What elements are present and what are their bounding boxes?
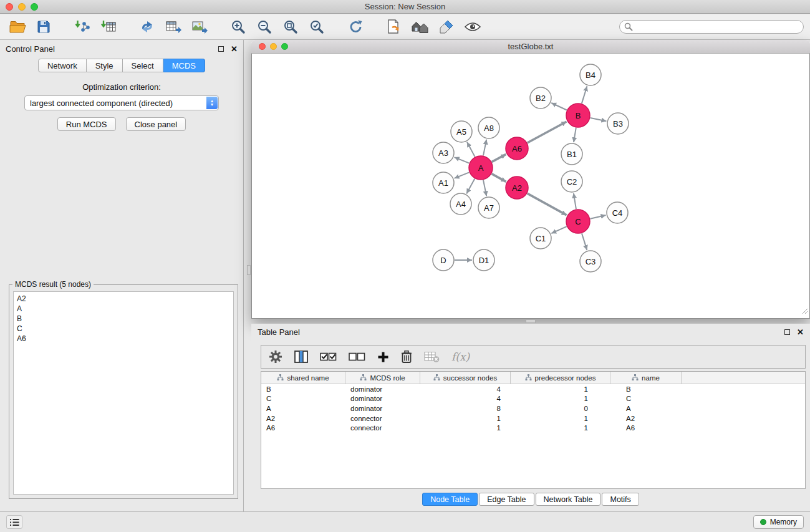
result-item[interactable]: B — [17, 314, 230, 324]
graph-node-A2[interactable]: A2 — [506, 177, 528, 199]
vertical-split-handle[interactable] — [247, 265, 251, 275]
table-settings-button[interactable] — [269, 350, 282, 364]
tab-style[interactable]: Style — [87, 59, 123, 72]
search-input[interactable] — [619, 20, 804, 34]
graph-node-C4[interactable]: C4 — [607, 202, 628, 223]
graph-node-A7[interactable]: A7 — [478, 197, 499, 218]
function-builder-button[interactable]: f(x) — [451, 351, 470, 363]
graph-edge-A6-B[interactable] — [528, 122, 567, 143]
graph-edge-C-C1[interactable] — [551, 226, 567, 233]
network-close-icon[interactable] — [259, 43, 266, 50]
horizontal-split-handle[interactable] — [526, 319, 536, 323]
column-header-shared-name[interactable]: shared name — [261, 372, 345, 384]
graph-edge-A-A6[interactable] — [492, 154, 506, 162]
graph-edge-C-C4[interactable] — [591, 215, 606, 219]
zoom-selected-button[interactable] — [306, 16, 328, 37]
graph-edge-A-A7[interactable] — [483, 180, 486, 196]
delete-column-button[interactable] — [401, 350, 412, 364]
delete-table-button[interactable] — [424, 351, 440, 363]
result-item[interactable]: A6 — [17, 334, 230, 344]
add-column-button[interactable] — [377, 351, 389, 363]
close-panel-icon[interactable]: ✕ — [231, 45, 238, 53]
styles-button[interactable] — [435, 16, 458, 37]
network-canvas-svg[interactable]: B4B2BB3A5A8A6B1A3AC2A1A2A4A7C4CC1C3DD1 — [252, 54, 809, 318]
tab-node-table[interactable]: Node Table — [422, 493, 478, 506]
open-document-button[interactable] — [383, 16, 405, 37]
save-session-button[interactable] — [32, 16, 55, 37]
tab-select[interactable]: Select — [123, 59, 163, 72]
graph-node-C3[interactable]: C3 — [580, 251, 601, 272]
graph-edge-C-C2[interactable] — [574, 193, 576, 209]
tab-motifs[interactable]: Motifs — [602, 493, 639, 506]
graph-edge-A-A3[interactable] — [455, 157, 470, 163]
graph-node-A4[interactable]: A4 — [450, 193, 471, 215]
zoom-in-button[interactable] — [227, 16, 249, 37]
zoom-out-button[interactable] — [253, 16, 276, 37]
graph-node-C2[interactable]: C2 — [561, 171, 582, 192]
table-row[interactable]: Adominator80A — [261, 404, 805, 414]
graph-node-B1[interactable]: B1 — [561, 143, 582, 165]
export-image-button[interactable] — [188, 16, 211, 37]
graph-edge-C-C3[interactable] — [582, 233, 587, 250]
graph-edge-A-A1[interactable] — [455, 172, 470, 178]
graph-node-A[interactable]: A — [469, 156, 493, 180]
table-row[interactable]: A2connector11A2 — [261, 414, 805, 423]
graph-node-A5[interactable]: A5 — [451, 121, 472, 142]
table-row[interactable]: A6connector11A6 — [261, 423, 805, 433]
node-table[interactable]: shared nameMCDS rolesuccessor nodesprede… — [261, 371, 806, 489]
tab-edge-table[interactable]: Edge Table — [479, 493, 534, 506]
zoom-window-icon[interactable] — [31, 3, 38, 11]
import-table-button[interactable] — [97, 16, 120, 37]
graph-edge-B-B2[interactable] — [551, 103, 567, 110]
graph-node-B4[interactable]: B4 — [580, 64, 601, 85]
graph-edge-A-A2[interactable] — [492, 174, 506, 182]
graph-node-B3[interactable]: B3 — [607, 113, 629, 134]
criterion-dropdown[interactable]: largest connected component (directed) ▲… — [24, 95, 219, 110]
result-item[interactable]: C — [17, 324, 230, 334]
result-item[interactable]: A — [17, 304, 230, 314]
graph-node-B[interactable]: B — [566, 104, 590, 127]
resize-grip-icon[interactable] — [802, 306, 808, 317]
graph-node-C1[interactable]: C1 — [530, 228, 551, 249]
close-panel-button[interactable]: Close panel — [126, 117, 186, 131]
graph-edge-B-B1[interactable] — [574, 128, 576, 143]
graph-node-A3[interactable]: A3 — [433, 142, 454, 163]
column-header-predecessor-nodes[interactable]: predecessor nodes — [511, 372, 610, 384]
network-minimize-icon[interactable] — [270, 43, 277, 50]
network-zoom-icon[interactable] — [281, 43, 288, 50]
graph-node-A8[interactable]: A8 — [478, 117, 499, 138]
tab-network[interactable]: Network — [38, 59, 87, 72]
network-canvas[interactable]: B4B2BB3A5A8A6B1A3AC2A1A2A4A7C4CC1C3DD1 — [251, 54, 810, 319]
close-window-icon[interactable] — [6, 3, 13, 11]
memory-button[interactable]: Memory — [753, 515, 804, 529]
show-columns-button[interactable] — [294, 351, 308, 363]
graph-node-C[interactable]: C — [566, 210, 590, 233]
graph-node-A6[interactable]: A6 — [506, 137, 528, 160]
graph-edge-B-B4[interactable] — [582, 86, 587, 104]
tab-mcds[interactable]: MCDS — [163, 59, 205, 72]
table-row[interactable]: Cdominator41C — [261, 394, 805, 404]
graph-node-B2[interactable]: B2 — [530, 87, 551, 109]
mcds-result-list[interactable]: A2ABCA6 — [13, 291, 234, 495]
run-mcds-button[interactable]: Run MCDS — [57, 117, 116, 131]
column-header-mcds-role[interactable]: MCDS role — [345, 372, 420, 384]
zoom-fit-button[interactable] — [279, 16, 302, 37]
open-file-button[interactable] — [6, 16, 29, 37]
graph-edge-A2-C[interactable] — [528, 193, 567, 215]
tab-network-table[interactable]: Network Table — [536, 493, 601, 506]
export-table-button[interactable] — [162, 16, 185, 37]
graph-edge-A-A5[interactable] — [467, 142, 475, 157]
network-overview-button[interactable] — [409, 16, 432, 37]
graph-edge-B-B3[interactable] — [591, 118, 607, 121]
show-graphics-details-button[interactable] — [461, 16, 484, 37]
graph-edge-A-A4[interactable] — [466, 179, 475, 194]
graph-edge-A-A8[interactable] — [483, 140, 486, 156]
graph-node-D[interactable]: D — [433, 249, 454, 271]
minimize-window-icon[interactable] — [18, 3, 26, 11]
graph-node-D1[interactable]: D1 — [473, 249, 494, 271]
float-panel-icon[interactable] — [218, 46, 224, 52]
refresh-layout-button[interactable] — [344, 16, 367, 37]
column-header-successor-nodes[interactable]: successor nodes — [420, 372, 511, 384]
show-panels-button[interactable] — [6, 515, 22, 529]
deselect-all-button[interactable] — [349, 351, 365, 363]
